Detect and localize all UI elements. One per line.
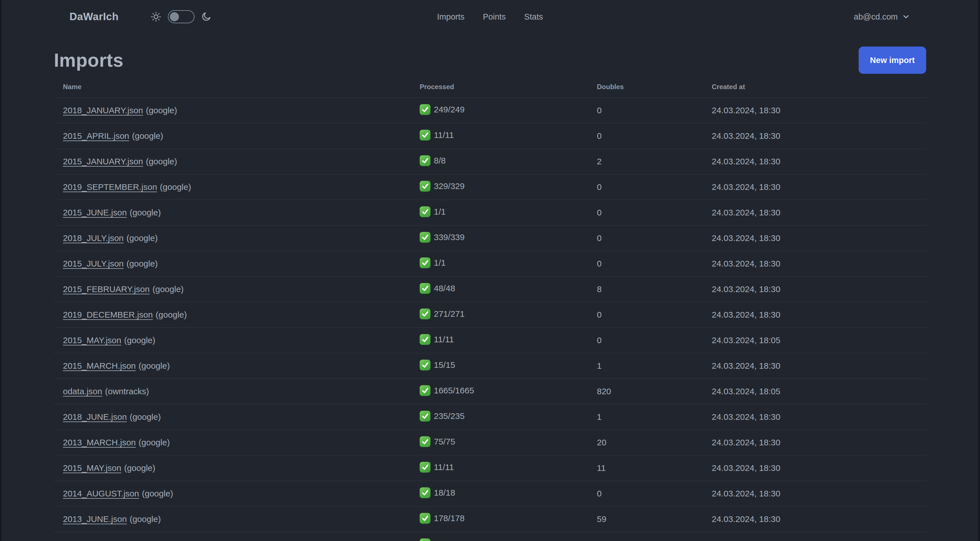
- name-cell: 2015_MAY.json(google): [54, 327, 410, 353]
- table-row: 2015_FEBRUARY.json(google) 48/48 8 24.03…: [54, 276, 926, 302]
- import-file-link[interactable]: 2019_SEPTEMBER.json: [63, 182, 157, 192]
- name-cell: 2015_MARCH.json(google): [54, 353, 410, 379]
- created-at-cell: 24.03.2024, 18:30: [703, 174, 926, 200]
- processed-cell: 235/235: [410, 404, 588, 430]
- import-file-link[interactable]: odata.json: [63, 386, 102, 396]
- processed-cell: 178/178: [410, 506, 588, 532]
- created-at-cell: 24.03.2024, 18:30: [703, 123, 926, 149]
- nav-link-stats[interactable]: Stats: [524, 12, 543, 22]
- check-mark-icon: [420, 436, 430, 447]
- doubles-cell: 0: [588, 200, 703, 225]
- title-row: Imports New import: [54, 46, 926, 74]
- table-row: 2019_DECEMBER.json(google) 271/271 0 24.…: [54, 302, 926, 327]
- import-file-link[interactable]: 2013_JUNE.json: [63, 514, 127, 524]
- import-source-label: (google): [153, 284, 184, 294]
- new-import-button[interactable]: New import: [859, 46, 926, 74]
- import-source-label: (google): [126, 259, 158, 268]
- import-file-link[interactable]: 2015_MARCH.json: [63, 361, 136, 370]
- table-row: 2019_SEPTEMBER.json(google) 329/329 0 24…: [54, 174, 926, 200]
- theme-toggle-knob[interactable]: [170, 12, 179, 21]
- user-email[interactable]: ab@cd.com: [854, 12, 898, 22]
- check-mark-icon: [420, 130, 430, 140]
- window-right-edge: [978, 0, 980, 541]
- import-file-link[interactable]: 2015_APRIL.json: [63, 131, 129, 140]
- import-file-link[interactable]: 2015_JANUARY.json: [63, 157, 143, 166]
- app-logo[interactable]: DaWarIch: [70, 11, 119, 23]
- check-mark-icon: [420, 308, 430, 319]
- doubles-cell: 0: [588, 251, 703, 276]
- processed-count: 48/48: [434, 284, 455, 293]
- name-cell: 2015_JANUARY.json(google): [54, 149, 410, 174]
- import-file-link[interactable]: 2018_JUNE.json: [63, 412, 127, 421]
- import-source-label: (google): [130, 412, 161, 421]
- import-file-link[interactable]: 2015_MAY.json: [63, 335, 121, 345]
- doubles-cell: [588, 532, 703, 541]
- import-file-link[interactable]: 2013_MARCH.json: [63, 438, 136, 447]
- check-mark-icon: [420, 385, 430, 396]
- column-header-name: Name: [54, 82, 410, 97]
- import-source-label: (owntracks): [105, 386, 149, 396]
- processed-cell: 249/249: [410, 97, 588, 123]
- import-file-link[interactable]: 2018_JULY.json: [63, 233, 124, 243]
- name-cell: 2015_JUNE.json(google): [54, 200, 410, 225]
- table-row: 2014_AUGUST.json(google) 18/18 0 24.03.2…: [54, 481, 926, 506]
- name-cell: [54, 532, 410, 541]
- import-source-label: (google): [124, 335, 155, 345]
- processed-cell: 11/11: [410, 455, 588, 481]
- table-row: 2015_MARCH.json(google) 15/15 1 24.03.20…: [54, 353, 926, 379]
- name-cell: 2015_JULY.json(google): [54, 251, 410, 276]
- name-cell: 2019_DECEMBER.json(google): [54, 302, 410, 327]
- check-mark-icon: [420, 411, 430, 421]
- processed-count: 235/235: [434, 411, 465, 421]
- import-file-link[interactable]: 2014_AUGUST.json: [63, 489, 139, 498]
- check-mark-icon: [420, 104, 430, 115]
- page-title: Imports: [54, 46, 124, 74]
- processed-count: 329/329: [434, 181, 465, 191]
- import-source-label: (google): [146, 157, 177, 166]
- nav-link-points[interactable]: Points: [483, 12, 506, 22]
- theme-toggle-switch[interactable]: [168, 10, 194, 23]
- processed-cell: 1665/1665: [410, 379, 588, 404]
- name-cell: 2013_MARCH.json(google): [54, 430, 410, 455]
- nav-link-imports[interactable]: Imports: [437, 12, 465, 22]
- import-file-link[interactable]: 2018_JANUARY.json: [63, 105, 143, 115]
- import-source-label: (google): [130, 514, 161, 524]
- name-cell: odata.json(owntracks): [54, 379, 410, 404]
- processed-count: 8/8: [434, 156, 446, 166]
- table-row: 2013_MARCH.json(google) 75/75 20 24.03.2…: [54, 430, 926, 455]
- processed-cell: 339/339: [410, 225, 588, 251]
- theme-toggle-group: [150, 10, 212, 23]
- processed-cell: 11/11: [410, 123, 588, 149]
- processed-count: 1665/1665: [434, 386, 474, 396]
- imports-table-wrap: Name Processed Doubles Created at 2018_J…: [54, 82, 926, 541]
- chevron-down-icon: [902, 13, 910, 21]
- check-mark-icon: [420, 257, 430, 268]
- import-source-label: (google): [138, 438, 170, 447]
- user-menu[interactable]: ab@cd.com: [854, 12, 910, 22]
- created-at-cell: 24.03.2024, 18:30: [703, 149, 926, 174]
- processed-cell: 271/271: [410, 302, 588, 327]
- table-row: 2018_JULY.json(google) 339/339 0 24.03.2…: [54, 225, 926, 251]
- processed-count: 178/178: [434, 514, 465, 523]
- processed-count: 11/11: [434, 130, 454, 140]
- check-mark-icon: [420, 181, 430, 192]
- table-row: 2015_MAY.json(google) 11/11 0 24.03.2024…: [54, 327, 926, 353]
- import-source-label: (google): [156, 310, 187, 319]
- import-file-link[interactable]: 2015_JUNE.json: [63, 208, 127, 217]
- created-at-cell: 24.03.2024, 18:05: [703, 379, 926, 404]
- import-file-link[interactable]: 2019_DECEMBER.json: [63, 310, 153, 319]
- doubles-cell: 11: [588, 455, 703, 481]
- doubles-cell: 1: [588, 404, 703, 430]
- doubles-cell: 8: [588, 276, 703, 302]
- processed-count: 75/75: [434, 437, 455, 447]
- check-mark-icon: [420, 155, 430, 166]
- import-file-link[interactable]: 2015_FEBRUARY.json: [63, 284, 150, 294]
- doubles-cell: 20: [588, 430, 703, 455]
- import-source-label: (google): [124, 463, 155, 472]
- created-at-cell: 24.03.2024, 18:30: [703, 200, 926, 225]
- processed-cell: 329/329: [410, 174, 588, 200]
- check-mark-icon: [420, 513, 430, 524]
- name-cell: 2015_FEBRUARY.json(google): [54, 276, 410, 302]
- import-file-link[interactable]: 2015_JULY.json: [63, 259, 124, 268]
- import-file-link[interactable]: 2015_MAY.json: [63, 463, 121, 472]
